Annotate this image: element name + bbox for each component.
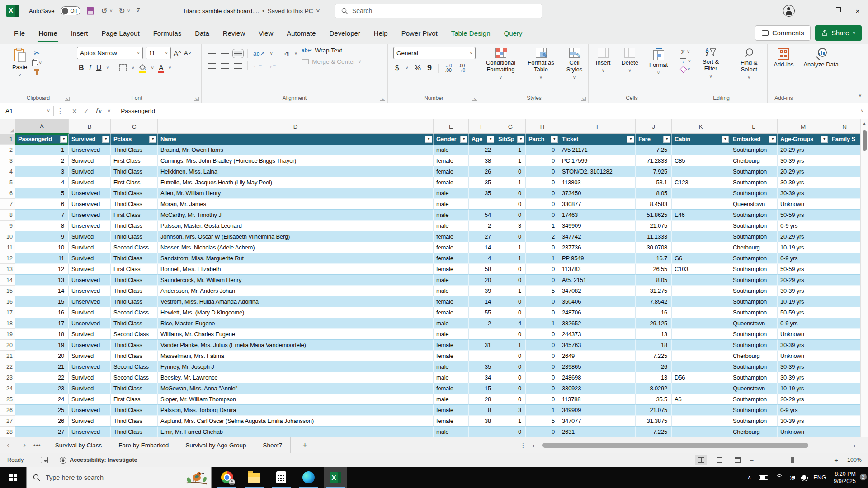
row-number[interactable]: 21: [0, 351, 15, 361]
align-left-icon[interactable]: [208, 63, 216, 69]
grid-cell[interactable]: 0: [526, 329, 559, 340]
grid-cell[interactable]: 2: [469, 221, 495, 231]
grid-cell[interactable]: Cumings, Mrs. John Bradley (Florence Bri…: [158, 155, 434, 166]
column-header-K[interactable]: K: [672, 119, 730, 134]
grid-cell[interactable]: 0: [526, 383, 559, 394]
grid-cell[interactable]: 26: [636, 361, 672, 372]
grid-cell[interactable]: 20-29 yrs: [778, 145, 829, 155]
grid-cell[interactable]: 8: [15, 221, 69, 231]
table-header-cell[interactable]: PassengerId▼: [15, 134, 69, 145]
column-header-N[interactable]: N: [829, 119, 860, 134]
autosum-button[interactable]: Σ˅: [681, 48, 689, 56]
grid-cell[interactable]: 19: [15, 340, 69, 351]
grid-cell[interactable]: 0: [526, 145, 559, 155]
grid-cell[interactable]: female: [434, 166, 469, 177]
grid-cell[interactable]: 9: [15, 231, 69, 242]
grid-cell[interactable]: 35: [469, 361, 495, 372]
ribbon-tab-data[interactable]: Data: [188, 22, 216, 44]
grid-cell[interactable]: 38: [469, 155, 495, 166]
grid-cell[interactable]: 26: [15, 416, 69, 427]
ribbon-tab-automate[interactable]: Automate: [280, 22, 322, 44]
grid-cell[interactable]: 1: [495, 145, 526, 155]
increase-decimal-icon[interactable]: ←0.00: [445, 64, 452, 73]
grid-cell[interactable]: [829, 155, 860, 166]
grid-cell[interactable]: Fynney, Mr. Joseph J: [158, 361, 434, 372]
grid-cell[interactable]: 11: [15, 253, 69, 264]
sheet-tab-survival-by-class[interactable]: Survival by Class: [47, 437, 111, 453]
grid-cell[interactable]: 14: [469, 242, 495, 253]
grid-cell[interactable]: [672, 221, 730, 231]
grid-cell[interactable]: Rice, Master. Eugene: [158, 318, 434, 329]
grid-cell[interactable]: Unservived: [69, 199, 111, 210]
grid-cell[interactable]: Third Class: [111, 253, 158, 264]
grid-cell[interactable]: [829, 199, 860, 210]
grid-cell[interactable]: Survived: [69, 253, 111, 264]
grid-cell[interactable]: Southampton: [730, 416, 778, 427]
grid-cell[interactable]: 0: [526, 199, 559, 210]
grid-cell[interactable]: 1: [495, 286, 526, 296]
grid-cell[interactable]: female: [434, 416, 469, 427]
grid-cell[interactable]: Unservived: [69, 405, 111, 416]
grid-cell[interactable]: [672, 296, 730, 307]
zoom-slider[interactable]: [760, 460, 828, 460]
format-painter-icon[interactable]: [33, 69, 41, 75]
underline-button[interactable]: U: [96, 64, 102, 72]
grid-cell[interactable]: Southampton: [730, 405, 778, 416]
grid-cell[interactable]: 1: [526, 405, 559, 416]
grid-cell[interactable]: 0-9 yrs: [778, 405, 829, 416]
grid-cell[interactable]: 31: [469, 340, 495, 351]
grid-cell[interactable]: 27: [469, 231, 495, 242]
grid-cell[interactable]: Cherbourg: [730, 427, 778, 437]
grid-cell[interactable]: 0: [495, 199, 526, 210]
grid-cell[interactable]: 5: [526, 416, 559, 427]
grid-cell[interactable]: Masselmani, Mrs. Fatima: [158, 351, 434, 361]
grid-cell[interactable]: 30-39 yrs: [778, 286, 829, 296]
grid-cell[interactable]: 1: [495, 253, 526, 264]
grid-cell[interactable]: E46: [672, 210, 730, 221]
grid-cell[interactable]: 7.225: [636, 351, 672, 361]
grid-cell[interactable]: 10-19 yrs: [778, 242, 829, 253]
grid-cell[interactable]: Asplund, Mrs. Carl Oscar (Selma Augusta …: [158, 416, 434, 427]
grid-cell[interactable]: 20: [15, 351, 69, 361]
column-header-E[interactable]: E: [434, 119, 469, 134]
grid-cell[interactable]: 10: [15, 242, 69, 253]
grid-cell[interactable]: 1: [526, 221, 559, 231]
grid-cell[interactable]: 4: [469, 253, 495, 264]
grid-cell[interactable]: female: [434, 155, 469, 166]
row-number[interactable]: 28: [0, 427, 15, 437]
grid-cell[interactable]: [672, 286, 730, 296]
grid-cell[interactable]: 3: [495, 405, 526, 416]
row-number[interactable]: 6: [0, 188, 15, 199]
grid-cell[interactable]: Southampton: [730, 177, 778, 188]
account-avatar[interactable]: [783, 5, 795, 17]
grid-cell[interactable]: 26: [469, 166, 495, 177]
undo-chevron-icon[interactable]: ˅: [110, 9, 113, 14]
grid-cell[interactable]: [672, 383, 730, 394]
filter-button[interactable]: ▼: [460, 136, 467, 143]
grid-cell[interactable]: Third Class: [111, 221, 158, 231]
grid-cell[interactable]: Emir, Mr. Farred Chehab: [158, 427, 434, 437]
align-right-icon[interactable]: [234, 63, 242, 69]
grid-cell[interactable]: 17463: [559, 210, 636, 221]
all-sheets-icon[interactable]: •••: [33, 442, 41, 449]
grid-cell[interactable]: 30-39 yrs: [778, 372, 829, 383]
grid-cell[interactable]: McGowan, Miss. Anna "Annie": [158, 383, 434, 394]
grid-cell[interactable]: Allen, Mr. William Henry: [158, 188, 434, 199]
grid-cell[interactable]: 10-19 yrs: [778, 296, 829, 307]
increase-indent-icon[interactable]: →≡: [267, 63, 276, 69]
grid-cell[interactable]: male: [434, 210, 469, 221]
prev-sheet-icon[interactable]: ‹: [0, 441, 16, 450]
sheet-tab-survival-by-age-group[interactable]: Survival by Age Group: [177, 437, 255, 453]
grid-cell[interactable]: male: [434, 188, 469, 199]
grid-cell[interactable]: Second Class: [111, 242, 158, 253]
fill-button[interactable]: ↓˅: [680, 58, 691, 64]
grid-cell[interactable]: 1: [15, 145, 69, 155]
grid-cell[interactable]: [829, 405, 860, 416]
grid-cell[interactable]: Southampton: [730, 166, 778, 177]
grid-cell[interactable]: 2649: [559, 351, 636, 361]
grid-cell[interactable]: 248706: [559, 307, 636, 318]
grid-cell[interactable]: [672, 275, 730, 286]
grid-cell[interactable]: 0: [495, 383, 526, 394]
grid-cell[interactable]: 244373: [559, 329, 636, 340]
hidden-icons-chevron-icon[interactable]: ∧: [747, 474, 752, 481]
